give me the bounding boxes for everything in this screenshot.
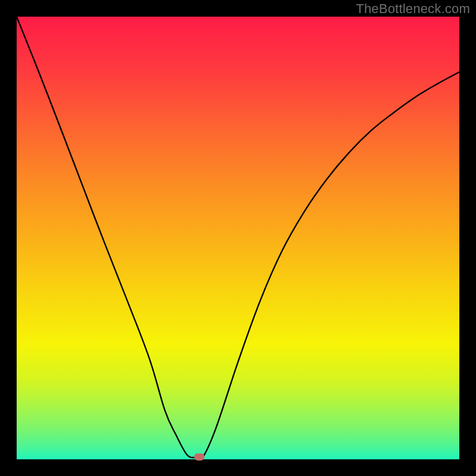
chart-frame: TheBottleneck.com: [0, 0, 476, 476]
watermark-label: TheBottleneck.com: [356, 1, 470, 17]
plot-area: [17, 17, 459, 459]
current-point-marker: [194, 453, 204, 461]
bottleneck-curve: [17, 17, 459, 459]
